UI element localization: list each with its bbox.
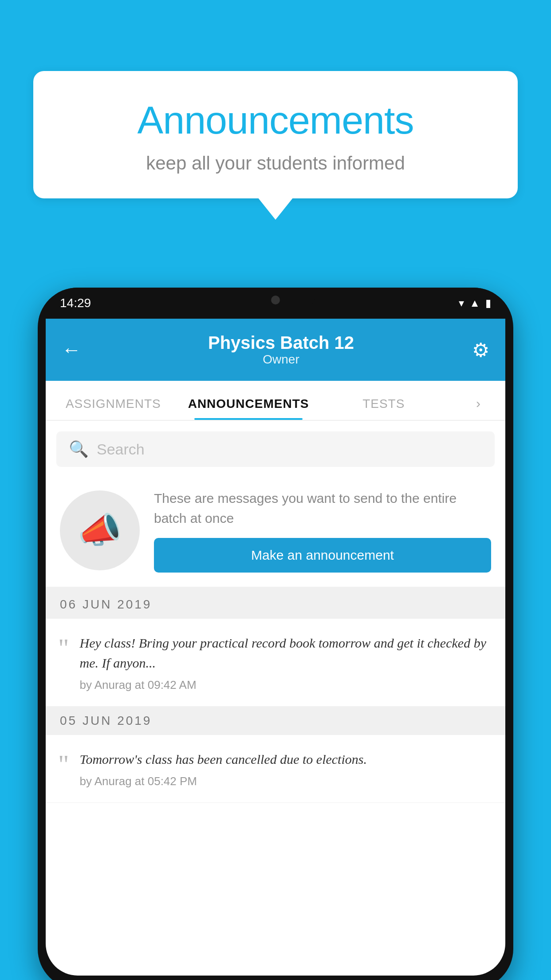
announcement-item-1: " Hey class! Bring your practical record… bbox=[46, 619, 505, 707]
phone-notch bbox=[236, 288, 315, 312]
announcement-content-2: Tomorrow's class has been cancelled due … bbox=[80, 749, 493, 788]
promo-content: These are messages you want to send to t… bbox=[154, 488, 491, 573]
promo-description: These are messages you want to send to t… bbox=[154, 488, 491, 528]
date-separator-2: 05 JUN 2019 bbox=[46, 707, 505, 735]
make-announcement-button[interactable]: Make an announcement bbox=[154, 538, 491, 573]
app-bar-title: Physics Batch 12 bbox=[90, 333, 472, 352]
quote-icon-2: " bbox=[58, 751, 69, 788]
app-bar: ← Physics Batch 12 Owner ⚙ bbox=[46, 319, 505, 381]
status-time: 14:29 bbox=[60, 296, 91, 310]
search-icon: 🔍 bbox=[69, 440, 89, 458]
megaphone-icon: 📣 bbox=[78, 510, 122, 551]
app-bar-title-area: Physics Batch 12 Owner bbox=[90, 333, 472, 367]
settings-icon[interactable]: ⚙ bbox=[472, 339, 489, 361]
status-bar: 14:29 ▾ ▲ ▮ bbox=[38, 288, 513, 319]
announcement-meta-2: by Anurag at 05:42 PM bbox=[80, 775, 493, 788]
app-bar-subtitle: Owner bbox=[90, 352, 472, 367]
battery-icon: ▮ bbox=[485, 297, 491, 309]
speech-bubble-title: Announcements bbox=[55, 98, 496, 143]
phone-screen: ← Physics Batch 12 Owner ⚙ ASSIGNMENTS A… bbox=[46, 319, 505, 976]
signal-icon: ▲ bbox=[469, 297, 480, 309]
tab-announcements[interactable]: ANNOUNCEMENTS bbox=[181, 397, 316, 420]
wifi-icon: ▾ bbox=[459, 297, 464, 309]
search-input[interactable]: Search bbox=[97, 441, 482, 458]
tab-tests[interactable]: TESTS bbox=[316, 397, 451, 420]
search-bar[interactable]: 🔍 Search bbox=[56, 431, 495, 467]
announcement-content-1: Hey class! Bring your practical record b… bbox=[80, 633, 493, 692]
tab-more-icon[interactable]: › bbox=[451, 396, 505, 420]
tab-assignments[interactable]: ASSIGNMENTS bbox=[46, 397, 181, 420]
announcement-item-2: " Tomorrow's class has been cancelled du… bbox=[46, 735, 505, 803]
back-button[interactable]: ← bbox=[62, 339, 81, 361]
announcement-text-2: Tomorrow's class has been cancelled due … bbox=[80, 749, 493, 769]
camera-dot bbox=[271, 296, 280, 304]
announcement-meta-1: by Anurag at 09:42 AM bbox=[80, 678, 493, 692]
status-icons: ▾ ▲ ▮ bbox=[459, 297, 491, 309]
speech-bubble-subtitle: keep all your students informed bbox=[55, 153, 496, 174]
tabs-bar: ASSIGNMENTS ANNOUNCEMENTS TESTS › bbox=[46, 381, 505, 421]
quote-icon-1: " bbox=[58, 635, 69, 692]
promo-section: 📣 These are messages you want to send to… bbox=[46, 478, 505, 590]
announcement-text-1: Hey class! Bring your practical record b… bbox=[80, 633, 493, 673]
speech-bubble: Announcements keep all your students inf… bbox=[33, 71, 518, 198]
phone-frame: 14:29 ▾ ▲ ▮ ← Physics Batch 12 Owner ⚙ A… bbox=[38, 288, 513, 980]
promo-icon-circle: 📣 bbox=[60, 490, 140, 570]
speech-bubble-container: Announcements keep all your students inf… bbox=[33, 71, 518, 198]
date-separator-1: 06 JUN 2019 bbox=[46, 590, 505, 619]
